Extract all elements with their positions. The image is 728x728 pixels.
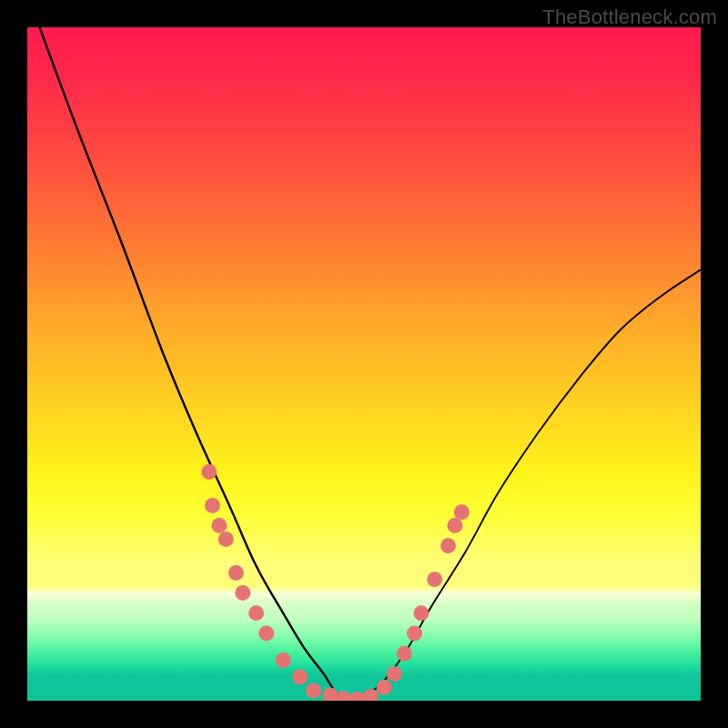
chart-svg [27,27,701,701]
scatter-dot [258,626,274,642]
scatter-dot [387,666,402,682]
scatter-dot [218,531,234,547]
scatter-dot [228,565,244,581]
chart-stage: TheBottleneck.com [0,0,728,728]
curve-right [350,269,701,701]
scatter-dot [205,498,220,513]
scatter-dot [323,688,339,701]
scatter-dot [276,652,291,668]
scatter-dot [306,682,321,698]
scatter-dot [427,571,442,587]
scatter-dot [211,518,227,533]
watermark-text: TheBottleneck.com [542,5,717,29]
curve-left [27,27,350,701]
scatter-dot [349,692,365,701]
scatter-dot [454,504,470,520]
scatter-dot [407,626,422,642]
scatter-dot [440,538,456,553]
scatter-dot [201,464,217,480]
scatter-dot [292,670,308,685]
scatter-dot [336,691,351,701]
scatter-dot [363,689,379,701]
scatter-dot [447,518,462,533]
scatter-dot [377,680,392,695]
curve-layer [27,27,701,701]
plot-area [27,27,701,701]
scatter-dot [235,585,250,601]
scatter-dots [201,464,470,701]
scatter-dot [248,605,264,621]
scatter-dot [413,605,429,621]
scatter-dot [397,646,412,662]
